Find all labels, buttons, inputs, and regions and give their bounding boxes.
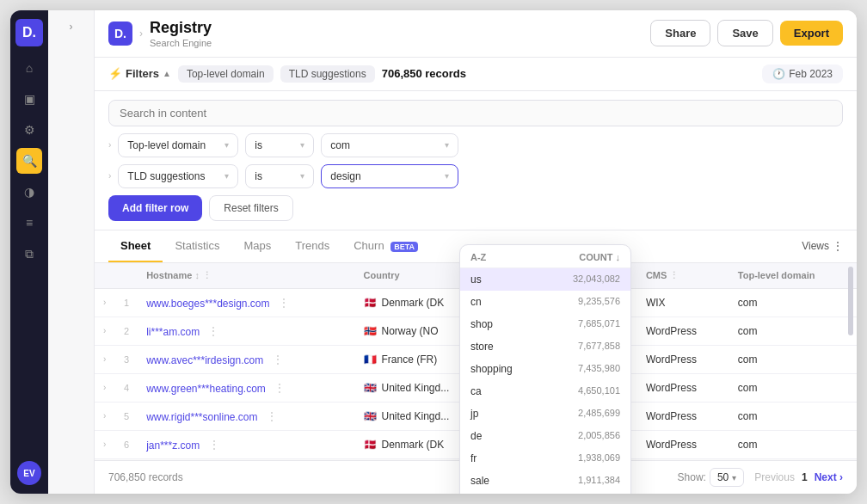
row-menu-icon[interactable]: ⋮	[208, 438, 220, 452]
date-label: Feb 2023	[789, 68, 833, 80]
header-title-block: Registry Search Engine	[150, 19, 212, 48]
dropdown-item[interactable]: jp2,485,699	[460, 403, 630, 425]
filter-value-1[interactable]: com ▾	[321, 133, 458, 157]
footer-records-count: 706,850 records	[108, 471, 183, 483]
filter-row-1: › Top-level domain ▾ is ▾ com ▾	[108, 133, 843, 157]
country-flag: 🇬🇧	[364, 382, 377, 394]
dropdown-item[interactable]: cn9,235,576	[460, 291, 630, 313]
search-icon[interactable]: 🔍	[16, 148, 42, 174]
row-num: 6	[115, 430, 138, 458]
row-menu-icon[interactable]: ⋮	[207, 324, 219, 338]
filter-field-1[interactable]: Top-level domain ▾	[118, 133, 238, 157]
row-expand-icon[interactable]: ›	[95, 373, 115, 402]
row-hostname: li***am.com ⋮	[138, 317, 354, 345]
dropdown-item[interactable]: shop7,685,071	[460, 313, 630, 335]
folder-icon[interactable]: ▣	[16, 86, 42, 112]
dropdown-item[interactable]: sale1,911,384	[460, 470, 630, 492]
filter-icon[interactable]: ≡	[16, 210, 42, 236]
show-select[interactable]: 50 ▾	[710, 468, 744, 487]
row-menu-icon[interactable]: ⋮	[274, 381, 286, 395]
search-content-input[interactable]	[108, 100, 843, 126]
col-cms[interactable]: CMS ⋮	[637, 263, 729, 289]
churn-badge: BETA	[390, 242, 418, 252]
cms-menu-icon[interactable]: ⋮	[669, 270, 679, 280]
row-cms: WordPress	[637, 373, 729, 402]
row-expand-icon[interactable]: ›	[95, 430, 115, 458]
filter-tag-tld-suggestions[interactable]: TLD suggestions	[280, 65, 375, 83]
row-menu-icon[interactable]: ⋮	[278, 296, 290, 310]
tab-maps[interactable]: Maps	[231, 230, 283, 262]
filters-label: ⚡ Filters ▲	[108, 67, 171, 80]
row-expand-icon[interactable]: ›	[95, 402, 115, 430]
add-filter-button[interactable]: Add filter row	[108, 195, 202, 221]
row-expand-icon[interactable]: ›	[95, 288, 115, 317]
filter-chevron-icon: ▲	[163, 69, 171, 78]
share-button[interactable]: Share	[650, 20, 710, 46]
row-hostname: www.boeges***design.com ⋮	[138, 288, 354, 317]
dropdown-item[interactable]: shopping7,435,980	[460, 358, 630, 380]
save-button[interactable]: Save	[717, 20, 772, 46]
dropdown-item[interactable]: ca4,650,101	[460, 380, 630, 403]
collapse-button[interactable]: ›	[68, 19, 75, 34]
hostname-sort-icon: ↕	[194, 270, 200, 280]
filter-tag-tld[interactable]: Top-level domain	[178, 65, 274, 83]
row-tld: com	[729, 402, 857, 430]
dropdown-item[interactable]: us32,043,082	[460, 268, 630, 291]
views-button[interactable]: Views ⋮	[802, 240, 843, 252]
date-badge[interactable]: 🕐 Feb 2023	[762, 65, 843, 83]
tab-churn[interactable]: Churn BETA	[341, 230, 430, 262]
breadcrumb-chevron: ›	[139, 28, 143, 40]
row-hostname: www.rigid***sonline.com ⋮	[138, 402, 354, 430]
row-cms: WordPress	[637, 317, 729, 345]
dropdown-item[interactable]: de2,005,856	[460, 425, 630, 447]
chevron-down-icon: ▾	[445, 140, 449, 150]
row-menu-icon[interactable]: ⋮	[272, 353, 284, 366]
filter-operator-1[interactable]: is ▾	[245, 133, 314, 157]
reset-filters-button[interactable]: Reset filters	[209, 195, 292, 221]
row-num: 1	[115, 288, 138, 317]
layers-icon[interactable]: ⧉	[16, 241, 42, 267]
dropdown-item[interactable]: uk1,741,937	[460, 492, 630, 494]
export-button[interactable]: Export	[780, 21, 843, 46]
prev-button[interactable]: Previous	[754, 471, 795, 483]
dropdown-item[interactable]: store7,677,858	[460, 335, 630, 358]
dropdown-item[interactable]: fr1,938,069	[460, 447, 630, 470]
row-expand-icon[interactable]: ›	[95, 345, 115, 373]
row-num: 4	[115, 373, 138, 402]
country-flag: 🇩🇰	[364, 297, 377, 309]
row-tld: com	[729, 345, 857, 373]
col-hostname[interactable]: Hostname ↕ ⋮	[138, 263, 354, 289]
row-cms: WIX	[637, 288, 729, 317]
dropdown-col-az: A-Z	[470, 252, 486, 262]
next-button[interactable]: Next ›	[815, 471, 843, 483]
country-flag: 🇳🇴	[364, 325, 377, 337]
home-icon[interactable]: ⌂	[16, 55, 42, 81]
country-flag: 🇬🇧	[364, 410, 377, 422]
icon-bar: D. ⌂ ▣ ⚙ 🔍 ◑ ≡ ⧉ EV	[10, 10, 48, 494]
row-cms: WordPress	[637, 430, 729, 458]
filter-field-2[interactable]: TLD suggestions ▾	[118, 164, 238, 188]
tab-statistics[interactable]: Statistics	[163, 230, 231, 262]
tab-trends[interactable]: Trends	[283, 230, 341, 262]
col-tld[interactable]: Top-level domain	[729, 263, 857, 289]
row1-expand-icon: ›	[108, 140, 111, 150]
pagination: Previous 1 Next ›	[754, 471, 843, 483]
hostname-menu-icon[interactable]: ⋮	[202, 270, 212, 280]
settings-icon[interactable]: ⚙	[16, 117, 42, 143]
user-avatar[interactable]: EV	[17, 461, 41, 485]
row-cms: WordPress	[637, 402, 729, 430]
filter-operator-2[interactable]: is ▾	[245, 164, 314, 188]
show-chevron-icon: ▾	[732, 473, 736, 482]
row2-expand-icon: ›	[108, 171, 111, 181]
row-num: 3	[115, 345, 138, 373]
row-hostname: jan***z.com ⋮	[138, 430, 354, 458]
row-tld: com	[729, 373, 857, 402]
filter-value-2[interactable]: design ▾	[321, 164, 458, 188]
col-expand	[95, 263, 115, 289]
tab-sheet[interactable]: Sheet	[108, 230, 163, 262]
scroll-handle[interactable]	[848, 267, 853, 335]
row-menu-icon[interactable]: ⋮	[266, 409, 278, 423]
chevron-down-icon: ▾	[445, 171, 449, 181]
row-expand-icon[interactable]: ›	[95, 317, 115, 345]
chart-icon[interactable]: ◑	[16, 179, 42, 205]
